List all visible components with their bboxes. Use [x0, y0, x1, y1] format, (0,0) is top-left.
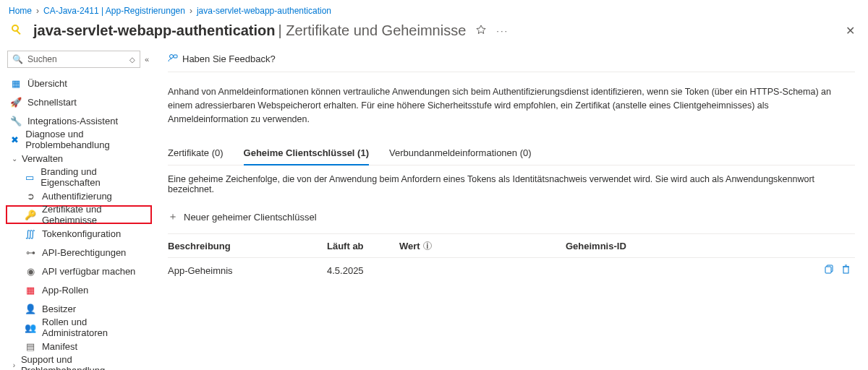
- search-icon: 🔍: [12, 54, 23, 64]
- sidebar-item-quickstart[interactable]: 🚀 Schnellstart: [6, 92, 152, 111]
- new-secret-button[interactable]: ＋ Neuer geheimer Clientschlüssel: [168, 206, 855, 233]
- api-perm-icon: ⊶: [25, 246, 36, 258]
- breadcrumb: Home › CA-Java-2411 | App-Registrierunge…: [0, 0, 868, 22]
- header-value: Wert i: [399, 241, 566, 251]
- plus-icon: ＋: [168, 210, 178, 223]
- breadcrumb-level3[interactable]: java-servlet-webapp-authentication: [197, 6, 331, 16]
- sidebar-item-app-roles[interactable]: ▦ App-Rollen: [6, 280, 152, 299]
- copy-icon[interactable]: [825, 264, 834, 276]
- sidebar-item-branding[interactable]: ▭ Branding und Eigenschaften: [6, 168, 152, 186]
- secrets-table: Beschreibung Läuft ab Wert i Geheimnis-I…: [168, 233, 855, 283]
- chevron-right-icon: ›: [36, 6, 39, 16]
- header-secret-id: Geheimnis-ID: [566, 241, 819, 251]
- sidebar-group-support[interactable]: › Support und Problembehandlung: [6, 356, 152, 370]
- sidebar-item-integration[interactable]: 🔧 Integrations-Assistent: [6, 111, 152, 130]
- svg-rect-1: [16, 30, 21, 35]
- filter-icon: ◇: [129, 56, 135, 64]
- intro-text: Anhand von Anmeldeinformationen können v…: [168, 72, 848, 142]
- svg-rect-3: [174, 55, 177, 58]
- cell-expires: 4.5.2025: [327, 265, 399, 276]
- page-header: java-servlet-webapp-authentication | Zer…: [0, 22, 868, 46]
- page-title-secondary: | Zertifikate und Geheimnisse: [278, 22, 467, 39]
- chevron-down-icon: ⌄: [10, 155, 19, 163]
- info-icon[interactable]: i: [423, 241, 432, 250]
- overview-icon: ▦: [10, 77, 22, 89]
- branding-icon: ▭: [25, 171, 35, 183]
- feedback-icon: [168, 53, 178, 65]
- tabs: Zertifikate (0) Geheime Clientschlüssel …: [168, 142, 855, 165]
- sidebar-item-api-perm[interactable]: ⊶ API-Berechtigungen: [6, 243, 152, 262]
- app-roles-icon: ▦: [25, 284, 36, 296]
- table-row: App-Geheimnis 4.5.2025: [168, 258, 855, 283]
- sidebar-item-api-expose[interactable]: ◉ API verfügbar machen: [6, 262, 152, 280]
- close-icon[interactable]: ✕: [846, 24, 859, 38]
- sidebar-item-auth[interactable]: ➲ Authentifizierung: [6, 186, 152, 205]
- more-icon[interactable]: ···: [496, 25, 509, 36]
- tab-client-secrets[interactable]: Geheime Clientschlüssel (1): [244, 142, 369, 165]
- breadcrumb-level2[interactable]: CA-Java-2411 | App-Registrierungen: [43, 6, 185, 16]
- breadcrumb-home[interactable]: Home: [9, 6, 32, 16]
- sidebar-item-diagnose[interactable]: ✖ Diagnose und Problembehandlung: [6, 130, 152, 149]
- tab-certificates[interactable]: Zertifikate (0): [168, 142, 224, 165]
- owners-icon: 👤: [25, 303, 36, 314]
- token-icon: ∭: [25, 228, 36, 239]
- sidebar: 🔍 Suchen ◇ « ▦ Übersicht 🚀 Schnellstart …: [0, 46, 152, 370]
- header-description: Beschreibung: [168, 241, 327, 251]
- sidebar-item-manifest[interactable]: ▤ Manifest: [6, 337, 152, 356]
- auth-icon: ➲: [25, 190, 36, 202]
- key-icon: [9, 22, 26, 39]
- svg-point-2: [170, 55, 174, 59]
- sidebar-item-token[interactable]: ∭ Tokenkonfiguration: [6, 224, 152, 243]
- toolbar: Haben Sie Feedback?: [168, 46, 855, 72]
- rocket-icon: 🚀: [10, 96, 22, 108]
- sidebar-item-overview[interactable]: ▦ Übersicht: [6, 74, 152, 92]
- table-header: Beschreibung Läuft ab Wert i Geheimnis-I…: [168, 233, 855, 258]
- pin-icon[interactable]: [476, 25, 486, 37]
- chevron-right-icon: ›: [190, 6, 192, 16]
- sidebar-group-manage[interactable]: ⌄ Verwalten: [6, 149, 152, 168]
- svg-rect-6: [843, 267, 848, 273]
- header-expires: Läuft ab: [327, 241, 399, 251]
- sidebar-item-certs[interactable]: 🔑 Zertifikate und Geheimnisse: [6, 205, 152, 224]
- api-expose-icon: ◉: [25, 265, 36, 277]
- search-input[interactable]: 🔍 Suchen ◇: [7, 51, 140, 68]
- delete-icon[interactable]: [841, 264, 851, 276]
- key-icon: 🔑: [25, 209, 36, 220]
- tab-description: Eine geheime Zeichenfolge, die von der A…: [168, 165, 855, 206]
- manifest-icon: ▤: [25, 340, 36, 352]
- svg-rect-5: [825, 267, 831, 273]
- sidebar-item-roles-admins[interactable]: 👥 Rollen und Administratoren: [6, 318, 152, 337]
- roles-admins-icon: 👥: [25, 322, 36, 333]
- cell-description: App-Geheimnis: [168, 265, 327, 276]
- wrench-icon: 🔧: [10, 115, 22, 126]
- diagnose-icon: ✖: [10, 134, 20, 145]
- tab-federated[interactable]: Verbundanmeldeinformationen (0): [389, 142, 532, 165]
- collapse-left-icon[interactable]: «: [145, 55, 149, 64]
- sidebar-item-owners[interactable]: 👤 Besitzer: [6, 299, 152, 318]
- chevron-right-icon: ›: [10, 361, 18, 369]
- main-content: Haben Sie Feedback? Anhand von Anmeldein…: [152, 46, 868, 370]
- page-title-primary: java-servlet-webapp-authentication: [33, 22, 276, 39]
- feedback-link[interactable]: Haben Sie Feedback?: [182, 53, 276, 64]
